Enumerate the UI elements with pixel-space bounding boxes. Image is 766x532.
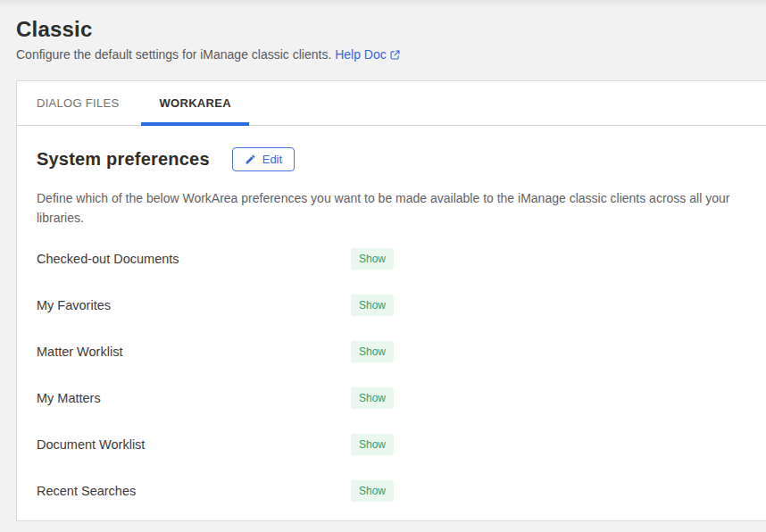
section-heading: System preferences	[37, 149, 210, 170]
pref-row-document-worklist: Document Worklist Show	[37, 434, 755, 455]
settings-card: DIALOG FILES WORKAREA System preferences…	[16, 80, 766, 521]
page-subtitle: Configure the default settings for iMana…	[16, 46, 750, 64]
edit-pencil-icon	[245, 154, 256, 165]
help-doc-link[interactable]: Help Doc	[335, 47, 387, 62]
edit-button[interactable]: Edit	[232, 147, 295, 171]
page-header: Classic Configure the default settings f…	[0, 7, 766, 64]
status-badge: Show	[351, 434, 394, 455]
heading-row: System preferences Edit	[37, 147, 755, 171]
status-badge: Show	[351, 341, 394, 362]
pref-label: Recent Searches	[37, 484, 351, 498]
pref-row-checked-out-documents: Checked-out Documents Show	[37, 248, 755, 270]
page-title: Classic	[16, 16, 750, 43]
page-subtitle-text: Configure the default settings for iMana…	[16, 47, 331, 62]
status-badge: Show	[351, 387, 394, 409]
status-badge: Show	[351, 295, 394, 316]
pref-row-my-favorites: My Favorites Show	[37, 295, 755, 316]
edit-button-label: Edit	[262, 153, 282, 166]
pref-row-matter-worklist: Matter Worklist Show	[37, 341, 755, 362]
pref-label: Matter Worklist	[37, 345, 351, 359]
tab-bar: DIALOG FILES WORKAREA	[17, 81, 766, 126]
section-description: Define which of the below WorkArea prefe…	[37, 188, 755, 228]
preference-list: Checked-out Documents Show My Favorites …	[37, 248, 755, 502]
pref-label: Checked-out Documents	[37, 252, 351, 266]
pref-label: My Favorites	[37, 298, 351, 312]
pref-label: My Matters	[37, 391, 351, 405]
external-link-icon[interactable]	[389, 48, 401, 64]
workarea-panel: System preferences Edit Define which of …	[17, 126, 766, 502]
pref-label: Document Worklist	[37, 437, 351, 452]
pref-row-my-matters: My Matters Show	[37, 387, 755, 409]
top-edge-shadow	[0, 0, 766, 7]
tab-dialog-files[interactable]: DIALOG FILES	[19, 81, 137, 125]
status-badge: Show	[351, 480, 394, 502]
pref-row-recent-searches: Recent Searches Show	[37, 480, 755, 502]
tab-workarea[interactable]: WORKAREA	[141, 81, 248, 125]
status-badge: Show	[351, 248, 394, 270]
